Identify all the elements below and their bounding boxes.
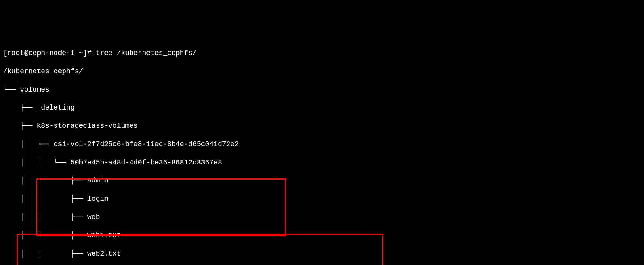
- command-prompt: [root@ceph-node-1 ~]# tree /kubernetes_c…: [3, 49, 641, 58]
- tree-line: ├── k8s-storageclass-volumes: [3, 122, 641, 131]
- tree-root: /kubernetes_cephfs/: [3, 67, 641, 76]
- tree-line: │ │ ├── web2.txt: [3, 249, 641, 258]
- tree-line: │ │ ├── web1.txt: [3, 231, 641, 240]
- tree-line: │ │ ├── admin: [3, 176, 641, 185]
- tree-line: │ │ └── 50b7e45b-a48d-4d0f-be36-86812c83…: [3, 158, 641, 167]
- tree-line: │ │ ├── web: [3, 213, 641, 222]
- tree-line: │ │ ├── login: [3, 194, 641, 203]
- terminal-output: [root@ceph-node-1 ~]# tree /kubernetes_c…: [3, 40, 641, 265]
- tree-line: ├── _deleting: [3, 103, 641, 112]
- tree-line: └── volumes: [3, 85, 641, 94]
- tree-line: │ ├── csi-vol-2f7d25c6-bfe8-11ec-8b4e-d6…: [3, 140, 641, 149]
- highlight-box-csi-volumes: [36, 178, 286, 236]
